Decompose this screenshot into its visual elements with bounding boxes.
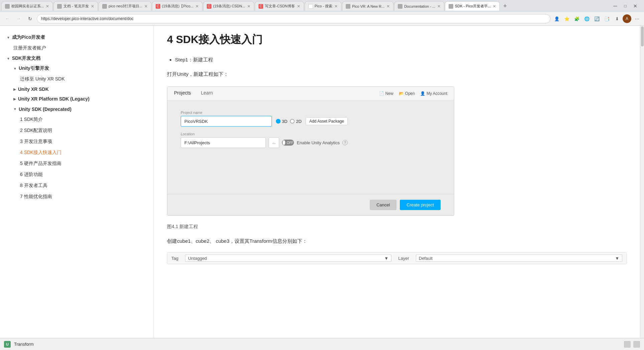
analytics-help-icon[interactable]: ? <box>342 140 348 145</box>
more-button[interactable]: ⋯ <box>633 14 641 23</box>
add-asset-button[interactable]: Add Asset Package <box>306 117 348 125</box>
cancel-button[interactable]: Cancel <box>370 200 396 210</box>
user-icon[interactable]: 👤 <box>552 14 561 23</box>
sidebar-item-dev-notes[interactable]: 3 开发注意事项 <box>0 136 153 147</box>
tab-close-3[interactable]: ✕ <box>144 4 148 9</box>
sidebar-item-label: Unity XR Platform SDK (Legacy) <box>18 96 90 103</box>
location-row: ... OFF Enable Unity Analytics ? <box>181 137 348 148</box>
tab-close-9[interactable]: ✕ <box>437 4 441 9</box>
location-label: Location <box>181 132 348 136</box>
unity-open-button[interactable]: 📂 Open <box>399 91 415 96</box>
tab-close-5[interactable]: ✕ <box>247 4 251 9</box>
tab-label-5: (19条消息) CSDN... <box>213 4 245 9</box>
sidebar-item-unity-xr-sdk[interactable]: ▶ Unity XR SDK <box>0 84 153 94</box>
close-button[interactable]: ✕ <box>631 1 640 11</box>
tab-close-4[interactable]: ✕ <box>195 4 199 9</box>
tab-favicon-2 <box>57 4 62 9</box>
tab-1[interactable]: 校园网实名认证系... ✕ <box>1 1 53 11</box>
sidebar-item-label: 注册开发者账户 <box>13 45 46 50</box>
unity-account-button[interactable]: 👤 My Account <box>420 91 447 96</box>
sidebar-item-label: 1 SDK简介 <box>20 117 43 122</box>
sidebar-item-pico-developer[interactable]: ▼ 成为Pico开发者 <box>0 32 153 42</box>
sidebar-item-advanced[interactable]: 6 进阶功能 <box>0 169 153 180</box>
sidebar-item-label: 6 进阶功能 <box>20 172 43 177</box>
tab-4[interactable]: C (19条消息)【Pico... ✕ <box>152 1 202 11</box>
unity-tab-learn[interactable]: Learn <box>201 90 213 97</box>
template-3d-radio[interactable]: 3D <box>276 119 288 124</box>
avatar-icon[interactable]: A <box>623 14 631 23</box>
scrollbar-thumb[interactable] <box>641 26 644 46</box>
sidebar-item-quickstart[interactable]: 4 SDK接入快速入门 <box>0 147 153 158</box>
unity-screenshot: Projects Learn 📄 New 📂 Open 👤 My Account <box>167 86 454 216</box>
tab-close-2[interactable]: ✕ <box>91 4 94 9</box>
project-name-group: Project name 3D 2D <box>181 111 348 127</box>
create-project-button[interactable]: Create project <box>400 200 441 210</box>
tab-2[interactable]: 文档 - 笔克开发 ✕ <box>53 1 98 11</box>
project-name-input[interactable] <box>181 116 272 127</box>
template-radio-group: 3D 2D <box>276 119 302 124</box>
tab-6[interactable]: C 写文章-CSDN博客 ✕ <box>255 1 304 11</box>
sidebar-item-dev-tools[interactable]: 8 开发者工具 <box>0 180 153 191</box>
tab-10[interactable]: SDK - Pico开发者平... ✕ <box>445 1 500 11</box>
user-account-icon: 👤 <box>420 91 425 96</box>
new-tab-button[interactable]: + <box>500 1 510 11</box>
chevron-down-icon: ▼ <box>7 36 10 39</box>
sidebar-item-unity-engine[interactable]: ▼ Unity引擎开发 <box>0 63 153 73</box>
browse-button[interactable]: ... <box>269 137 279 148</box>
tab-close-8[interactable]: ✕ <box>386 4 390 9</box>
tab-label-6: 写文章-CSDN博客 <box>265 4 295 9</box>
sync-icon[interactable]: 🔄 <box>593 14 601 23</box>
analytics-toggle[interactable]: OFF <box>282 140 294 146</box>
tab-3[interactable]: pico neo3打开项目... ✕ <box>99 1 151 11</box>
unity-tab-projects[interactable]: Projects <box>174 90 191 97</box>
tab-close-1[interactable]: ✕ <box>46 4 49 9</box>
location-input[interactable] <box>181 137 266 148</box>
tab-9[interactable]: Documentation - ... ✕ <box>394 1 444 11</box>
tag-dropdown[interactable]: Untagged ▼ <box>185 254 391 262</box>
url-bar[interactable]: https://developer.pico-interactive.com/d… <box>37 14 550 23</box>
tab-5[interactable]: C (19条消息) CSDN... ✕ <box>203 1 254 11</box>
sidebar-item-sdk-config[interactable]: 2 SDK配置说明 <box>0 125 153 136</box>
star-icon[interactable]: ⭐ <box>562 14 571 23</box>
bookmark-icon[interactable]: 📑 <box>603 14 611 23</box>
sidebar-item-unity-xr-platform[interactable]: ▶ Unity XR Platform SDK (Legacy) <box>0 94 153 105</box>
tab-close-6[interactable]: ✕ <box>297 4 300 9</box>
refresh-button[interactable]: ↻ <box>25 14 35 23</box>
tab-7[interactable]: Pico - 搜索 ✕ <box>305 1 341 11</box>
after-text: 创建cube1、cube2、 cube3，设置其Transform信息分别如下： <box>167 236 627 245</box>
sidebar-item-label: SDK开发文档 <box>12 55 41 61</box>
minimize-button[interactable]: ─ <box>611 1 620 11</box>
unity-body: Project name 3D 2D <box>167 101 454 194</box>
sidebar-item-sdk-intro[interactable]: 1 SDK简介 <box>0 114 153 125</box>
new-file-icon: 📄 <box>379 91 384 96</box>
tab-close-10[interactable]: ✕ <box>493 4 496 9</box>
tag-layer-bar: Tag Untagged ▼ Layer Default ▼ <box>167 252 627 264</box>
extension-icon[interactable]: 🧩 <box>573 14 581 23</box>
tab-8[interactable]: Pico VR: A New R... ✕ <box>342 1 393 11</box>
sidebar-item-unity-sdk-deprecated[interactable]: ▼ Unity SDK (Deprecated) <box>0 105 153 114</box>
sidebar-item-sdk-docs[interactable]: ▼ SDK开发文档 <box>0 53 153 63</box>
back-button[interactable]: ← <box>3 14 12 23</box>
right-scrollbar[interactable] <box>640 26 644 338</box>
template-3d-label: 3D <box>282 119 288 124</box>
url-text: https://developer.pico-interactive.com/d… <box>41 16 134 21</box>
sidebar-item-register[interactable]: 注册开发者账户 <box>0 42 153 53</box>
sidebar-item-hardware-dev[interactable]: 5 硬件产品开发指南 <box>0 158 153 169</box>
page-layout: ▼ 成为Pico开发者 注册开发者账户 ▼ SDK开发文档 ▼ Unity引擎开… <box>0 26 644 338</box>
maximize-button[interactable]: □ <box>621 1 630 11</box>
tag-value: Untagged <box>188 256 207 261</box>
unity-new-button[interactable]: 📄 New <box>379 91 393 96</box>
translate-icon[interactable]: 🌐 <box>583 14 591 23</box>
bottom-bar-icon-2[interactable] <box>633 341 640 348</box>
sidebar-item-migrate-xr[interactable]: 迁移至 Unity XR SDK <box>0 73 153 84</box>
template-2d-radio[interactable]: 2D <box>290 119 302 124</box>
forward-button[interactable]: → <box>14 14 23 23</box>
sidebar-item-perf-guide[interactable]: 7 性能优化指南 <box>0 191 153 202</box>
tab-label-4: (19条消息)【Pico... <box>162 4 193 9</box>
bottom-bar-icon-1[interactable] <box>624 341 631 348</box>
layer-dropdown[interactable]: Default ▼ <box>416 254 622 262</box>
download-icon[interactable]: ⬇ <box>613 14 621 23</box>
tab-label-10: SDK - Pico开发者平... <box>455 4 491 9</box>
tab-close-7[interactable]: ✕ <box>334 4 338 9</box>
step-list: Step1：新建工程 <box>175 55 627 64</box>
